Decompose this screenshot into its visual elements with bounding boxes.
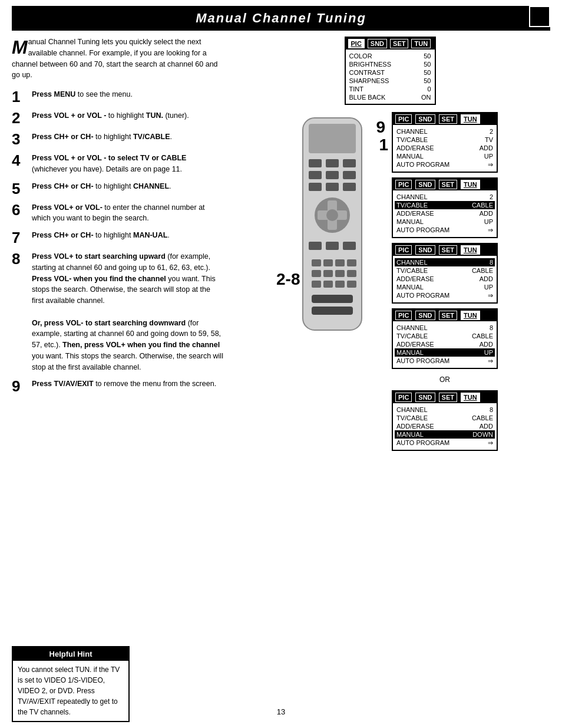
- svg-rect-15: [309, 242, 322, 250]
- tun4-value-adderase: ADD: [480, 341, 493, 348]
- page-wrapper: Manual Channel Tuning M anual Channel Tu…: [0, 0, 562, 728]
- tun4-label-channel: CHANNEL: [396, 324, 428, 331]
- tun3-value-adderase: ADD: [480, 275, 493, 282]
- tab-set: SET: [390, 39, 408, 48]
- pic-label-sharpness: SHARPNESS: [349, 77, 389, 84]
- tun1-label-adderase: ADD/ERASE: [396, 144, 434, 151]
- svg-rect-17: [343, 242, 356, 250]
- tun2-value-auto: ⇒: [488, 226, 493, 234]
- svg-rect-26: [312, 281, 321, 288]
- step-7: 7 Press CH+ or CH- to highlight MAN-UAL.: [12, 230, 224, 245]
- step-2-number: 2: [12, 110, 28, 126]
- tun-menu-4-content: CHANNEL 8 TV/CABLE CABLE ADD/ERASE ADD: [393, 321, 497, 368]
- pic-menu-top-header: PIC SND SET TUN: [346, 38, 435, 50]
- tun-menu-2-content: CHANNEL 2 TV/CABLE CABLE ADD/ERASE ADD: [393, 190, 497, 237]
- tun3-row-adderase: ADD/ERASE ADD: [396, 275, 493, 283]
- tun5-row-channel: CHANNEL 8: [396, 406, 493, 414]
- svg-rect-3: [326, 159, 339, 167]
- pic-menu-top: PIC SND SET TUN COLOR 50 BRIGHTNESS 50: [345, 37, 436, 105]
- svg-rect-21: [347, 259, 356, 266]
- tun4-row-channel: CHANNEL 8: [396, 324, 493, 332]
- tun5-tab-tun: TUN: [461, 393, 480, 402]
- tun-menu-5: PIC SND SET TUN CHANNEL 8 TV/CABLE: [392, 390, 498, 451]
- tun3-row-manual: MANUAL UP: [396, 283, 493, 291]
- tun5-row-adderase: ADD/ERASE ADD: [396, 422, 493, 430]
- step-2-text: Press VOL + or VOL - to highlight TUN. (…: [32, 110, 189, 121]
- step-4-number: 4: [12, 153, 28, 168]
- step-1-number: 1: [12, 89, 28, 104]
- tun5-value-channel: 8: [490, 406, 493, 413]
- tun1-label-manual: MANUAL: [396, 153, 424, 160]
- tun3-tab-snd: SND: [415, 245, 435, 255]
- tun4-tab-snd: SND: [415, 311, 435, 320]
- tun1-value-channel: 2: [490, 128, 493, 135]
- tun1-row-manual: MANUAL UP: [396, 152, 493, 160]
- step-4-text: Press VOL + or VOL - to select TV or CAB…: [32, 153, 224, 175]
- tun-menu-3: PIC SND SET TUN CHANNEL 8 TV/CABLE: [392, 243, 498, 304]
- helpful-hint-box: Helpful Hint You cannot select TUN. if t…: [12, 646, 130, 722]
- tun3-tab-set: SET: [439, 245, 457, 255]
- tun3-row-tvcable: TV/CABLE CABLE: [396, 266, 493, 275]
- remote-svg: [294, 112, 371, 336]
- step-7-number: 7: [12, 230, 28, 245]
- tun3-value-auto: ⇒: [488, 292, 493, 299]
- tun-menu-3-content: CHANNEL 8 TV/CABLE CABLE ADD/ERASE ADD: [393, 256, 497, 302]
- tun1-row-tvcable: TV/CABLE TV: [396, 136, 493, 144]
- tun-menu-1-content: CHANNEL 2 TV/CABLE TV ADD/ERASE ADD: [393, 125, 497, 172]
- tun3-value-manual: UP: [484, 284, 493, 291]
- step-7-text: Press CH+ or CH- to highlight MAN-UAL.: [32, 230, 170, 241]
- tun2-label-auto: AUTO PROGRAM: [396, 226, 449, 234]
- tun-menu-5-content: CHANNEL 8 TV/CABLE CABLE ADD/ERASE ADD: [393, 403, 497, 450]
- svg-rect-25: [347, 270, 356, 277]
- tun-menu-3-header: PIC SND SET TUN: [393, 244, 497, 256]
- left-column: M anual Channel Tuning lets you quickly …: [12, 37, 230, 634]
- tun2-tab-set: SET: [439, 180, 457, 189]
- tun1-row-channel: CHANNEL 2: [396, 127, 493, 136]
- tun2-label-adderase: ADD/ERASE: [396, 210, 434, 217]
- tun5-value-auto: ⇒: [488, 439, 493, 447]
- svg-rect-31: [312, 307, 353, 315]
- step-5-text: Press CH+ or CH- to highlight CHANNEL.: [32, 181, 171, 192]
- step-5: 5 Press CH+ or CH- to highlight CHANNEL.: [12, 181, 224, 196]
- tun1-value-tvcable: TV: [485, 136, 493, 143]
- tun5-value-adderase: ADD: [480, 423, 493, 430]
- svg-rect-9: [326, 183, 339, 191]
- tun3-tab-tun: TUN: [461, 245, 480, 255]
- svg-rect-6: [326, 171, 339, 179]
- pic-label-contrast: CONTRAST: [349, 69, 385, 76]
- tun1-label-tvcable: TV/CABLE: [396, 136, 428, 143]
- tun3-label-auto: AUTO PROGRAM: [396, 292, 449, 299]
- svg-rect-10: [343, 183, 356, 191]
- step-2: 2 Press VOL + or VOL - to highlight TUN.…: [12, 110, 224, 126]
- pic-row-color: COLOR 50: [349, 52, 431, 60]
- tun2-tab-pic: PIC: [395, 180, 412, 189]
- pic-row-sharpness: SHARPNESS 50: [349, 77, 431, 85]
- pic-label-tint: TINT: [349, 85, 363, 93]
- tun5-label-tvcable: TV/CABLE: [396, 414, 428, 421]
- tun1-label-channel: CHANNEL: [396, 128, 428, 135]
- pic-value-contrast: 50: [424, 69, 431, 76]
- tun3-row-auto: AUTO PROGRAM ⇒: [396, 291, 493, 300]
- pic-value-tint: 0: [427, 85, 431, 93]
- tun3-value-tvcable: CABLE: [472, 267, 493, 274]
- tun1-tab-tun: TUN: [461, 114, 480, 124]
- pic-value-blueback: ON: [421, 94, 431, 101]
- tun2-value-adderase: ADD: [480, 210, 493, 217]
- step-8: 8 Press VOL+ to start searching upward (…: [12, 251, 224, 373]
- tun-menu-2-header: PIC SND SET TUN: [393, 179, 497, 190]
- page-number: 13: [277, 707, 285, 716]
- tun3-label-adderase: ADD/ERASE: [396, 275, 434, 282]
- tun3-label-manual: MANUAL: [396, 284, 424, 291]
- pic-label-blueback: BLUE BACK: [349, 94, 386, 101]
- svg-point-14: [326, 209, 338, 221]
- step-8-number: 8: [12, 251, 28, 266]
- tun3-tab-pic: PIC: [395, 245, 412, 255]
- tun1-value-adderase: ADD: [480, 144, 493, 151]
- tun4-tab-pic: PIC: [395, 311, 412, 320]
- helpful-hint-title: Helpful Hint: [13, 647, 128, 661]
- tun-menus: PIC SND SET TUN CHANNEL 2 TV/CABLE: [392, 112, 498, 451]
- steps-list: 1 Press MENU to see the menu. 2 Press VO…: [12, 89, 224, 394]
- tun-menu-5-header: PIC SND SET TUN: [393, 391, 497, 403]
- svg-rect-29: [347, 281, 356, 288]
- tun4-row-manual: MANUAL UP: [395, 348, 495, 357]
